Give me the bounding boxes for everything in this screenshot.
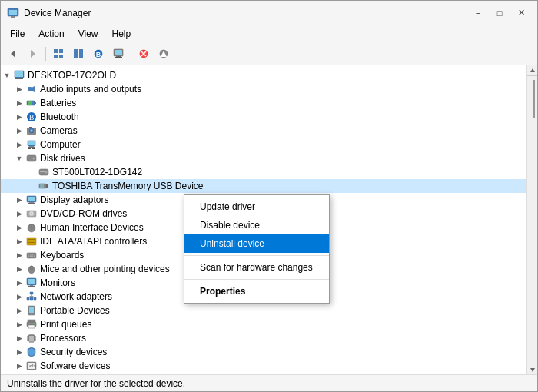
display-icon (25, 194, 38, 206)
mice-label: Mice and other pointing devices (40, 264, 170, 274)
device-manager-window: Device Manager − □ ✕ File Action View He… (0, 0, 538, 392)
ctx-scan-hardware[interactable]: Scan for hardware changes (184, 258, 329, 277)
svg-rect-83 (27, 297, 29, 300)
processors-toggle[interactable]: ▶ (13, 334, 25, 342)
display-toggle[interactable]: ▶ (13, 196, 25, 204)
scroll-thumb[interactable] (533, 80, 535, 118)
portable-toggle[interactable]: ▶ (13, 307, 25, 314)
maximize-button[interactable]: □ (490, 5, 510, 21)
tree-audio[interactable]: ▶ Audio inputs and outputs (1, 82, 526, 96)
computer-toggle[interactable]: ▶ (13, 141, 25, 148)
svg-rect-15 (115, 50, 122, 55)
scroll-down-button[interactable] (527, 364, 538, 374)
svg-point-91 (31, 314, 32, 315)
svg-marker-5 (31, 50, 35, 58)
hid-toggle[interactable]: ▶ (13, 224, 25, 231)
ctx-properties[interactable]: Properties (184, 282, 329, 301)
bluetooth-toggle[interactable]: ▶ (13, 113, 25, 121)
main-content: ▼ DESKTOP-17O2OLD ▶ (1, 65, 537, 374)
ctx-update-driver[interactable]: Update driver (184, 198, 329, 216)
ctx-disable-device[interactable]: Disable device (184, 216, 329, 234)
svg-rect-72 (28, 256, 29, 257)
close-button[interactable]: ✕ (511, 5, 531, 21)
toolbar-btn-5[interactable]: B (89, 45, 108, 62)
svg-rect-17 (115, 57, 122, 58)
tree-sound[interactable]: ▶ Sound, video and game controllers (1, 373, 526, 374)
audio-toggle[interactable]: ▶ (13, 85, 25, 93)
svg-rect-2 (11, 16, 15, 18)
svg-rect-52 (40, 184, 44, 188)
security-toggle[interactable]: ▶ (13, 348, 25, 356)
toolbar-btn-4[interactable] (69, 45, 88, 62)
svg-rect-10 (74, 49, 78, 58)
toolbar-btn-6[interactable] (109, 45, 128, 62)
monitors-toggle[interactable]: ▶ (13, 279, 25, 287)
software-toggle[interactable]: ▶ (13, 362, 25, 370)
root-toggle[interactable]: ▼ (1, 71, 13, 79)
title-bar-buttons: − □ ✕ (468, 5, 531, 21)
tree-cameras[interactable]: ▶ Cameras (1, 124, 526, 138)
cameras-label: Cameras (40, 125, 78, 136)
minimize-button[interactable]: − (468, 5, 488, 21)
tree-computer[interactable]: ▶ Computer (1, 138, 526, 151)
tree-portable[interactable]: ▶ Portable Devices (1, 304, 526, 317)
toolbar-btn-7[interactable] (134, 45, 153, 62)
svg-text:</>: </> (29, 364, 36, 368)
ide-toggle[interactable]: ▶ (13, 238, 25, 245)
toshiba-label: TOSHIBA TransMemory USB Device (52, 181, 204, 191)
batteries-toggle[interactable]: ▶ (13, 99, 25, 107)
mice-toggle[interactable]: ▶ (13, 265, 25, 273)
svg-rect-9 (59, 55, 63, 58)
tree-bluetooth[interactable]: ▶ B Bluetooth (1, 110, 526, 124)
cameras-toggle[interactable]: ▶ (13, 127, 25, 135)
back-button[interactable] (4, 45, 22, 62)
svg-point-48 (45, 171, 48, 174)
menu-action[interactable]: Action (32, 27, 70, 41)
hid-icon (25, 221, 38, 234)
menu-file[interactable]: File (4, 27, 31, 41)
ide-label: IDE ATA/ATAPI controllers (40, 236, 147, 247)
dvd-toggle[interactable]: ▶ (13, 210, 25, 218)
keyboards-toggle[interactable]: ▶ (13, 251, 25, 259)
ctx-separator-2 (184, 279, 329, 280)
vertical-scrollbar[interactable] (526, 65, 537, 374)
svg-rect-42 (28, 148, 31, 149)
svg-point-59 (31, 213, 32, 214)
portable-label: Portable Devices (40, 305, 110, 316)
keyboards-label: Keyboards (40, 250, 84, 261)
tree-security[interactable]: ▶ Security devices (1, 345, 526, 359)
svg-rect-26 (15, 78, 23, 79)
toolbar-btn-8[interactable] (154, 45, 173, 62)
disk-drives-icon (25, 152, 38, 164)
print-toggle[interactable]: ▶ (13, 321, 25, 328)
menu-help[interactable]: Help (106, 27, 138, 41)
title-bar-left: Device Manager (7, 7, 91, 19)
display-label: Display adaptors (40, 194, 108, 205)
disk-drives-toggle[interactable]: ▼ (13, 154, 25, 162)
scroll-up-button[interactable] (527, 65, 538, 76)
sound-icon (25, 374, 38, 374)
tree-root[interactable]: ▼ DESKTOP-17O2OLD (1, 68, 526, 82)
tree-hdd1[interactable]: ▶ ST500LT012-1DG142 (1, 165, 526, 179)
tree-software[interactable]: ▶ </> Software devices (1, 359, 526, 373)
tree-disk-drives[interactable]: ▼ Disk drives (1, 151, 526, 165)
print-label: Print queues (40, 319, 91, 330)
svg-rect-25 (17, 78, 22, 78)
menu-view[interactable]: View (72, 27, 105, 41)
toolbar-btn-3[interactable] (49, 45, 68, 62)
disk-drives-label: Disk drives (40, 153, 85, 164)
tree-processors[interactable]: ▶ (1, 331, 526, 345)
svg-text:B: B (96, 51, 101, 58)
network-toggle[interactable]: ▶ (13, 293, 25, 301)
svg-rect-54 (28, 197, 35, 201)
tree-toshiba[interactable]: ▶ TOSHIBA TransMemory USB Device (1, 179, 526, 193)
svg-rect-40 (29, 146, 34, 147)
forward-button[interactable] (24, 45, 42, 62)
software-icon: </> (25, 360, 38, 372)
svg-rect-82 (30, 292, 33, 294)
tree-batteries[interactable]: ▶ Batteries (1, 96, 526, 110)
tree-print[interactable]: ▶ Print queues (1, 317, 526, 331)
audio-label: Audio inputs and outputs (40, 84, 141, 95)
ctx-uninstall-device[interactable]: Uninstall device (184, 234, 329, 253)
svg-rect-49 (40, 171, 45, 172)
